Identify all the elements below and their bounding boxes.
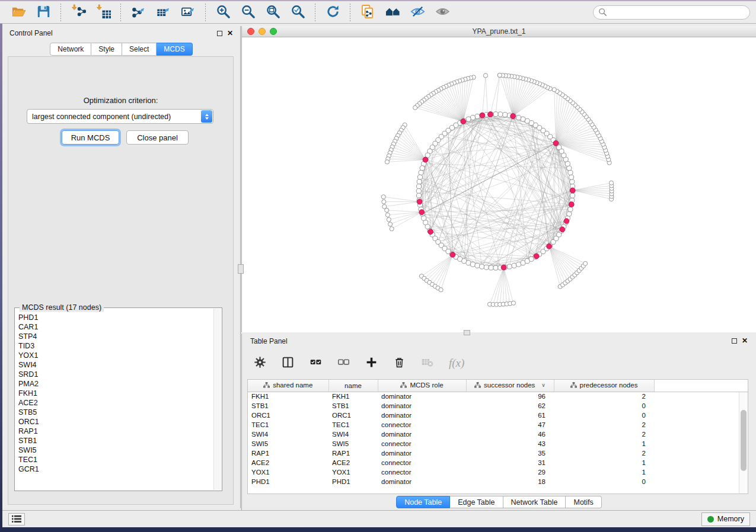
graph-node[interactable] [416,188,421,193]
cell[interactable]: 0 [554,411,654,420]
cell[interactable]: 2 [554,420,654,430]
mcds-result-item[interactable]: ORC1 [18,417,212,427]
cell[interactable]: FKH1 [328,392,378,401]
cell[interactable]: dominator [378,448,466,458]
cell[interactable]: dominator [378,392,466,401]
graph-node[interactable] [567,211,572,216]
sort-caret-icon[interactable]: ∨ [541,382,546,388]
tab-style[interactable]: Style [91,43,122,56]
cell[interactable]: FKH1 [248,392,328,401]
cell[interactable]: SWI5 [248,439,328,448]
graph-node[interactable] [568,170,573,175]
save-session-button[interactable] [33,4,53,21]
graph-leaf-node[interactable] [390,227,394,231]
graph-leaf-node[interactable] [413,105,417,110]
cell[interactable]: connector [378,439,466,448]
cell[interactable]: ACE2 [328,458,378,467]
control-panel-float-icon[interactable] [217,31,222,36]
table-row[interactable]: ACE2ACE2connector311 [248,458,748,467]
graph-leaf-node[interactable] [388,222,393,226]
mcds-result-item[interactable]: SWI4 [18,360,212,370]
mcds-result-item[interactable]: TID3 [18,341,212,351]
tab-edge-table[interactable]: Edge Table [450,496,503,508]
tab-network[interactable]: Network [50,43,91,56]
cell[interactable]: 47 [466,420,554,430]
cell[interactable]: 35 [466,448,554,458]
graph-mcds-node[interactable] [428,229,433,235]
cell[interactable]: ORC1 [328,411,378,420]
cell[interactable]: 31 [466,458,554,467]
column-header-name[interactable]: name [328,380,378,392]
graph-mcds-node[interactable] [547,243,552,249]
table-row[interactable]: SWI4SWI4dominator462 [248,430,748,439]
tab-network-table[interactable]: Network Table [503,496,566,508]
graph-leaf-node[interactable] [382,200,386,204]
cell[interactable]: YOX1 [328,467,378,477]
graph-mcds-node[interactable] [461,118,466,124]
mcds-result-item[interactable]: SWI5 [18,446,212,455]
control-panel-close-icon[interactable]: ✕ [227,31,233,36]
graph-node[interactable] [507,264,512,269]
cell[interactable]: ACE2 [248,458,328,467]
table-row[interactable]: SWI5SWI5connector431 [248,439,748,448]
table-row[interactable]: YOX1YOX1connector291 [248,467,748,477]
cell[interactable]: PHD1 [328,477,378,486]
graph-mcds-node[interactable] [553,140,559,146]
column-header-MCDS-role[interactable]: MCDS role [378,380,466,392]
node-table[interactable]: shared namenameMCDS rolesuccessor nodes∨… [248,380,748,486]
graph-node[interactable] [498,112,503,117]
delete-column-button[interactable] [393,356,406,370]
column-header-shared-name[interactable]: shared name [248,380,328,392]
cell[interactable]: RAP1 [248,448,328,458]
duplicate-network-button[interactable] [358,4,378,21]
cell[interactable]: STB1 [328,401,378,411]
cell[interactable]: SWI5 [328,439,378,448]
cell[interactable]: 62 [466,401,554,411]
graph-mcds-node[interactable] [564,219,569,224]
cell[interactable]: TEC1 [248,420,328,430]
cell[interactable]: SWI4 [248,430,328,439]
cell[interactable]: dominator [378,477,466,486]
run-mcds-button[interactable]: Run MCDS [62,130,119,145]
graph-mcds-node[interactable] [417,199,422,204]
optimization-criterion-select[interactable]: largest connected component (undirected) [27,109,213,124]
graph-node[interactable] [416,193,421,198]
graph-leaf-node[interactable] [385,160,389,164]
cell[interactable]: 46 [466,430,554,439]
graph-mcds-node[interactable] [511,114,516,119]
graph-node[interactable] [419,170,423,175]
mcds-result-item[interactable]: STB1 [18,436,212,446]
mcds-result-item[interactable]: PMA2 [18,379,212,389]
tab-motifs[interactable]: Motifs [566,496,601,508]
export-image-button[interactable] [178,4,198,21]
graph-mcds-node[interactable] [570,188,575,193]
cell[interactable]: 1 [554,439,654,448]
tab-mcds[interactable]: MCDS [157,43,192,56]
horizontal-splitter-handle[interactable] [464,330,470,335]
graph-node[interactable] [489,265,493,270]
first-neighbors-button[interactable] [382,4,403,21]
graph-leaf-node[interactable] [497,73,502,77]
cell[interactable]: 29 [466,467,554,477]
cell[interactable]: 2 [554,392,654,401]
memory-button[interactable]: Memory [701,512,750,526]
graph-node[interactable] [569,175,574,180]
graph-mcds-node[interactable] [423,157,428,162]
cell[interactable]: dominator [378,401,466,411]
cell[interactable]: 43 [466,439,554,448]
table-row[interactable]: TEC1TEC1connector472 [248,420,748,430]
graph-node[interactable] [516,115,521,120]
cell[interactable]: PHD1 [248,477,328,486]
close-panel-button[interactable]: Close panel [126,130,189,145]
cell[interactable]: ORC1 [248,411,328,420]
graph-node[interactable] [475,263,480,268]
column-header-predecessor-nodes[interactable]: predecessor nodes [554,380,654,392]
graph-node[interactable] [475,114,480,118]
cell[interactable]: STB1 [248,401,328,411]
mcds-result-item[interactable]: STB5 [18,408,212,417]
mcds-result-item[interactable]: SRD1 [18,370,212,379]
column-header-successor-nodes[interactable]: successor nodes∨ [466,380,554,392]
graph-mcds-node[interactable] [501,265,506,270]
graph-node[interactable] [568,207,573,211]
graph-node[interactable] [570,193,575,198]
